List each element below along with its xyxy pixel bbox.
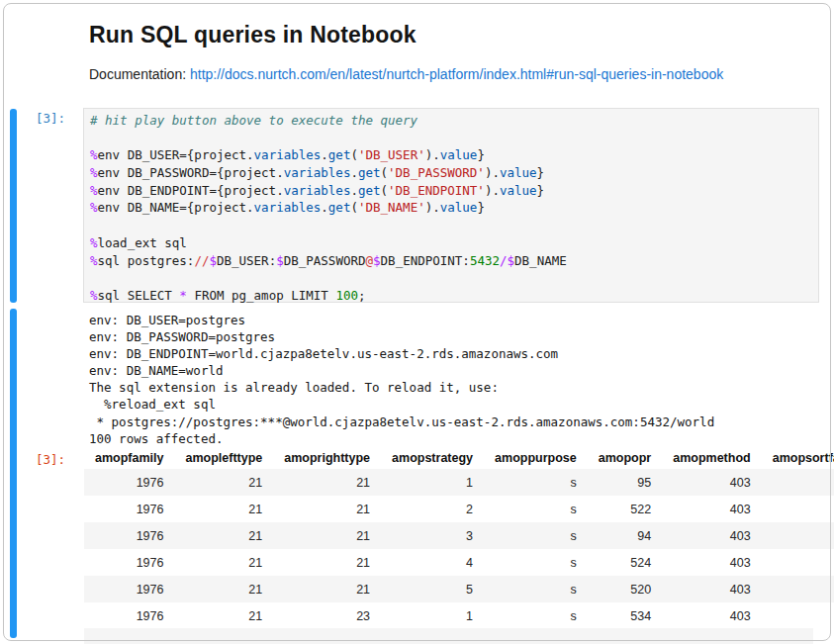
code-token: ). (425, 147, 440, 162)
table-cell: 21 (174, 496, 273, 522)
table-cell: 21 (174, 522, 273, 549)
table-cell: 403 (662, 576, 761, 602)
code-token: sql postgres: (98, 253, 195, 268)
code-token: @ (366, 253, 374, 268)
code-token: $ (209, 253, 217, 268)
code-token: ; (358, 288, 366, 303)
table-cell: 21 (273, 549, 381, 576)
code-token: // (194, 253, 209, 268)
output-prompt: [3]: (0, 452, 65, 467)
code-token: * (179, 288, 187, 303)
cell-collapser-input[interactable] (10, 109, 17, 303)
table-cell: s (484, 602, 588, 629)
table-cell: 1976 (84, 576, 174, 602)
code-token: ). (485, 183, 500, 198)
code-token: variables (284, 183, 351, 198)
result-table-body: 197621211s954030197621212s52240301976212… (84, 469, 834, 629)
partial-table-row (84, 628, 813, 644)
table-cell: 1976 (84, 602, 174, 629)
code-token: variables (284, 165, 351, 180)
table-cell: 1976 (84, 496, 174, 522)
code-token: } (477, 200, 485, 215)
stdout-text: env: DB_USER=postgres env: DB_PASSWORD=p… (89, 312, 714, 447)
code-token: env DB_ENDPOINT={project. (98, 183, 284, 198)
table-cell: 403 (662, 549, 761, 576)
table-cell: 95 (588, 469, 662, 496)
code-token: env DB_NAME={project. (98, 200, 254, 215)
table-cell: 21 (174, 576, 273, 602)
code-token: get (358, 183, 381, 198)
table-row: 197621231s5344030 (84, 602, 834, 629)
code-token: get (328, 200, 351, 215)
table-cell: 4 (381, 549, 484, 576)
code-token: $ (508, 253, 515, 268)
code-token: $ (276, 253, 284, 268)
result-table: amopfamilyamoplefttypeamoprighttypeamops… (84, 446, 834, 629)
column-header: amoprighttype (273, 446, 381, 469)
code-token: env DB_PASSWORD={project. (98, 165, 284, 180)
column-header: amopsortfamily (762, 446, 834, 469)
table-cell: 522 (588, 496, 662, 522)
code-token: $ (373, 253, 381, 268)
code-token: DB_NAME (514, 253, 567, 268)
table-cell: 403 (662, 602, 761, 629)
code-token: 'DB_ENDPOINT' (388, 183, 485, 198)
code-line (90, 269, 812, 287)
result-table-header: amopfamilyamoplefttypeamoprighttypeamops… (84, 446, 834, 469)
table-row: 197621213s944030 (84, 522, 834, 549)
table-cell: 0 (762, 549, 834, 576)
code-token: variables (254, 200, 322, 215)
code-token: 100 (335, 288, 358, 303)
code-line: # hit play button above to execute the q… (90, 112, 812, 130)
code-line: %sql postgres://$DB_USER:$DB_PASSWORD@$D… (90, 252, 812, 270)
table-cell: 534 (588, 602, 662, 629)
code-token: get (328, 147, 351, 162)
table-cell: 0 (762, 576, 834, 602)
table-cell: 21 (174, 469, 273, 496)
table-cell: s (484, 522, 588, 549)
table-cell: 0 (762, 496, 834, 522)
documentation-link[interactable]: http://docs.nurtch.com/en/latest/nurtch-… (190, 66, 723, 82)
table-cell: 0 (762, 469, 834, 496)
code-token: 'DB_NAME' (358, 200, 425, 215)
table-cell: 403 (662, 522, 761, 549)
table-cell: 1976 (84, 549, 174, 576)
code-token: % (90, 253, 98, 268)
table-row: 197621212s5224030 (84, 496, 834, 522)
cell-collapser-output[interactable] (10, 309, 17, 638)
code-token: load_ext sql (98, 235, 187, 250)
code-token: value (440, 147, 478, 162)
code-token: % (90, 200, 98, 215)
code-token: ( (350, 147, 358, 162)
code-token: value (500, 165, 537, 180)
code-token: get (358, 165, 381, 180)
table-cell: s (484, 469, 588, 496)
column-header: amopfamily (84, 446, 174, 469)
table-row: 197621215s5204030 (84, 576, 834, 602)
code-token: value (500, 183, 537, 198)
table-cell: 5 (381, 576, 484, 602)
column-header: amopstrategy (381, 446, 484, 469)
table-cell: 0 (762, 602, 834, 629)
table-cell: 2 (381, 496, 484, 522)
code-line: %env DB_NAME={project.variables.get('DB_… (90, 199, 812, 217)
table-cell: s (484, 576, 588, 602)
table-cell: 21 (273, 469, 381, 496)
code-token: 'DB_USER' (358, 147, 425, 162)
code-line: %sql SELECT * FROM pg_amop LIMIT 100; (90, 287, 812, 305)
code-token: DB_USER: (217, 253, 276, 268)
table-cell: 1 (381, 469, 484, 496)
header-row: amopfamilyamoplefttypeamoprighttypeamops… (84, 446, 834, 469)
code-token: % (90, 235, 98, 250)
table-row: 197621211s954030 (84, 469, 834, 496)
code-token: . (350, 183, 358, 198)
code-token: % (90, 183, 98, 198)
column-header: amopmethod (662, 446, 761, 469)
column-header: amoplefttype (174, 446, 273, 469)
table-cell: s (484, 549, 588, 576)
code-token: value (440, 200, 478, 215)
code-editor[interactable]: # hit play button above to execute the q… (83, 108, 819, 303)
table-row: 197621214s5244030 (84, 549, 834, 576)
code-token: % (90, 288, 98, 303)
code-token: # hit play button above to execute the q… (90, 113, 417, 128)
